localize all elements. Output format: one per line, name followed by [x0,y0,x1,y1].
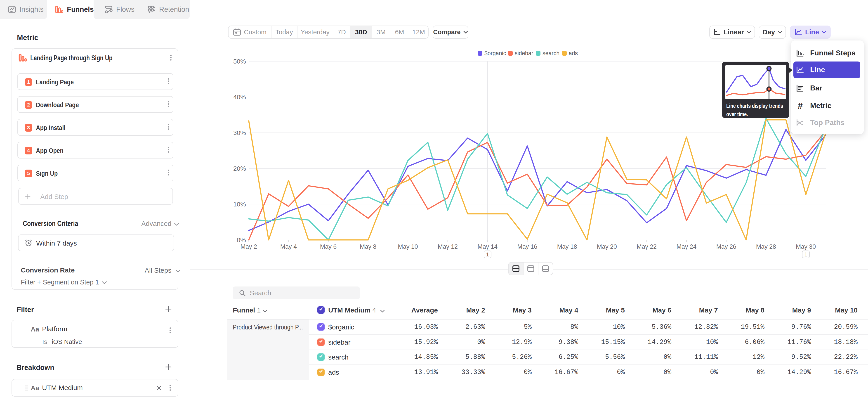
svg-text:May 26: May 26 [716,243,737,250]
svg-text:May 18: May 18 [557,243,577,250]
svg-text:May 28: May 28 [756,243,776,250]
svg-text:May 20: May 20 [597,243,617,250]
svg-text:May 24: May 24 [677,243,697,250]
svg-text:May 6: May 6 [320,243,337,250]
svg-text:May 22: May 22 [637,243,657,250]
svg-text:10%: 10% [233,201,246,208]
svg-text:30%: 30% [233,129,246,136]
svg-text:May 8: May 8 [360,243,377,250]
svg-text:0%: 0% [237,237,246,244]
svg-text:May 14: May 14 [477,243,498,250]
svg-text:May 4: May 4 [280,243,297,250]
svg-text:May 2: May 2 [241,243,257,250]
svg-text:May 12: May 12 [438,243,458,250]
svg-text:May 16: May 16 [517,243,537,250]
svg-text:40%: 40% [233,94,246,101]
svg-text:May 10: May 10 [398,243,418,250]
svg-text:May 30: May 30 [796,243,816,250]
svg-text:50%: 50% [233,58,246,65]
svg-text:20%: 20% [233,165,246,172]
